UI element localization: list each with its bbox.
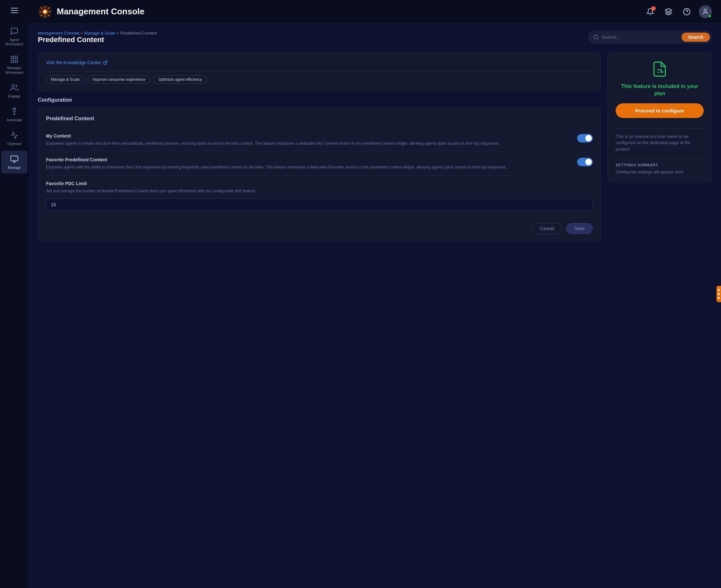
feature-icon-area [616,61,704,78]
sidebar: Agent Workspace Manager Workspace Engage [0,0,29,588]
config-section-title: Configuration [38,97,601,103]
config-card: Predefined Content My Content Empowers a… [38,108,601,242]
form-actions: Cancel Save [46,218,593,234]
right-column: This feature is included in your plan Pr… [607,52,712,183]
online-status-badge [708,14,712,18]
settings-summary-text: Configured settings will appear here [616,169,704,174]
svg-point-4 [12,84,15,87]
manager-workspace-icon [9,54,20,65]
notification-btn[interactable]: 1 [644,5,656,18]
knowledge-card: Visit the Knowledge Center Manage & Scal… [38,52,601,91]
breadcrumb-root[interactable]: Management Console [38,30,79,36]
svg-line-17 [105,61,107,63]
svg-rect-1 [15,56,18,59]
hamburger-menu[interactable] [8,4,21,17]
sidebar-item-optimize[interactable]: Optimize [1,127,27,149]
tags-row: Manage & Scale Improve consumer experien… [46,75,593,84]
logo-wrap: Management Console [38,4,144,19]
sidebar-item-label-optimize: Optimize [7,142,21,146]
sidebar-item-label-engage: Engage [8,94,21,99]
search-button[interactable]: Search [682,33,710,42]
content-columns: Visit the Knowledge Center Manage & Scal… [38,52,712,242]
engage-icon [9,82,20,93]
config-card-title: Predefined Content [46,116,593,122]
svg-rect-3 [15,60,18,63]
search-icon [593,34,599,40]
manage-icon [9,154,20,164]
sidebar-item-label-automate: Automate [6,118,22,122]
sidebar-item-manager-workspace[interactable]: Manager Workspace [1,51,27,78]
breadcrumb: Management Console > Manage & Scale > Pr… [38,30,157,36]
svg-point-10 [44,10,46,13]
knowledge-divider [46,71,593,71]
my-content-desc: Empowers agents to create and store thei… [46,141,570,146]
edge-dot-2 [718,293,720,295]
sidebar-item-agent-workspace[interactable]: Agent Workspace [1,23,27,49]
svg-line-16 [597,38,598,39]
sidebar-item-label-agent-workspace: Agent Workspace [3,38,26,46]
right-edge-dots [717,286,721,302]
sidebar-item-label-manage: Manage [8,166,21,170]
svg-rect-6 [11,156,18,161]
svg-point-15 [594,35,598,39]
page-title: Predefined Content [38,36,157,44]
settings-summary-label: SETTINGS SUMMARY [616,163,704,167]
breadcrumb-level1[interactable]: Manage & Scale [84,30,115,36]
layers-btn[interactable] [662,5,675,18]
search-bar: Search [588,30,712,44]
favorite-predefined-label: Favorite Predefined Content [46,157,570,162]
right-divider-1 [616,128,704,129]
svg-point-14 [704,9,706,11]
proceed-configure-button[interactable]: Proceed to configure [616,103,704,118]
pdc-limit-input[interactable] [46,198,593,211]
header-actions: 1 [644,5,712,18]
svg-rect-0 [11,56,14,59]
page-content: Management Console > Manage & Scale > Pr… [29,23,721,588]
pdc-limit-section: Favorite PDC Limit Set and manage the nu… [46,176,593,211]
logo-icon [38,4,52,19]
pdc-limit-desc: Set and manage the number of favorite Pr… [46,188,593,194]
favorite-predefined-row: Favorite Predefined Content Empower agen… [46,152,593,176]
save-button[interactable]: Save [566,223,593,234]
top-header: Management Console 1 [29,0,721,23]
sidebar-item-engage[interactable]: Engage [1,79,27,102]
tag-improve-consumer[interactable]: Improve consumer experience [88,75,150,84]
favorite-predefined-desc: Empower agents with the ability to strea… [46,164,570,170]
automate-icon [9,106,20,117]
main-area: Management Console 1 [29,0,721,588]
tag-manage-scale[interactable]: Manage & Scale [46,75,84,84]
my-content-row: My Content Empowers agents to create and… [46,128,593,152]
sidebar-item-automate[interactable]: Automate [1,103,27,125]
edge-dot-1 [718,289,720,291]
sidebar-item-label-manager-workspace: Manager Workspace [3,66,26,74]
pdc-limit-label: Favorite PDC Limit [46,181,593,186]
svg-marker-11 [665,8,672,12]
breadcrumb-current: Predefined Content [120,30,157,36]
help-btn[interactable] [681,5,693,18]
search-input[interactable] [602,35,679,40]
favorite-predefined-toggle[interactable] [577,158,593,166]
left-column: Visit the Knowledge Center Manage & Scal… [38,52,601,242]
svg-rect-2 [11,60,14,63]
edge-dot-3 [718,297,720,299]
optimize-icon [9,130,20,141]
my-content-toggle[interactable] [577,134,593,143]
top-bar: Management Console > Manage & Scale > Pr… [38,30,712,50]
knowledge-center-link[interactable]: Visit the Knowledge Center [46,60,593,65]
user-avatar[interactable] [699,5,712,18]
my-content-label: My Content [46,133,570,139]
feature-status-text: This feature is included in your plan [616,83,704,98]
svg-point-5 [13,108,16,111]
tag-optimize-agent[interactable]: Optimize agent efficiency [153,75,207,84]
feature-plan-icon [651,61,668,78]
right-divider-2 [616,158,704,159]
sidebar-item-manage[interactable]: Manage [1,151,27,173]
app-title: Management Console [57,6,144,17]
right-panel: This feature is included in your plan Pr… [607,52,712,183]
notification-badge: 1 [651,6,656,11]
internal-note-text: This is an internal tool that needs to b… [616,133,704,152]
cancel-button[interactable]: Cancel [532,223,562,234]
agent-workspace-icon [9,26,20,37]
